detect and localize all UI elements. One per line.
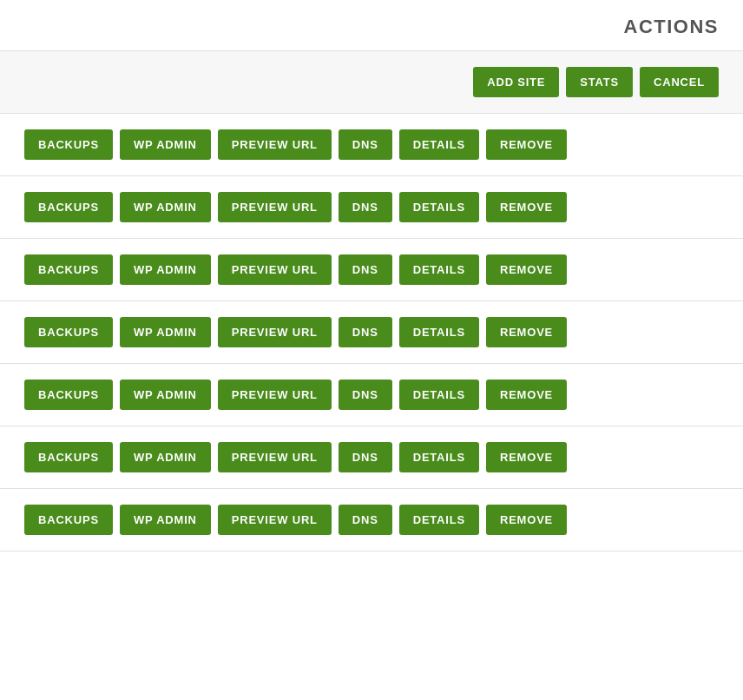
dns-button-3[interactable]: DNS bbox=[339, 254, 392, 285]
wp-admin-button-5[interactable]: WP ADMIN bbox=[120, 380, 211, 410]
dns-button-6[interactable]: DNS bbox=[339, 442, 392, 472]
dns-button-4[interactable]: DNS bbox=[339, 317, 392, 347]
wp-admin-button-2[interactable]: WP ADMIN bbox=[120, 192, 211, 222]
wp-admin-button-1[interactable]: WP ADMIN bbox=[120, 129, 211, 160]
remove-button-7[interactable]: REMOVE bbox=[486, 505, 567, 535]
backups-button-7[interactable]: BACKUPS bbox=[24, 505, 113, 535]
wp-admin-button-7[interactable]: WP ADMIN bbox=[120, 505, 211, 535]
details-button-1[interactable]: DETAILS bbox=[399, 129, 479, 160]
preview-url-button-7[interactable]: PREVIEW URL bbox=[218, 505, 332, 535]
stats-button[interactable]: STATS bbox=[566, 67, 633, 97]
add-site-button[interactable]: ADD SITE bbox=[473, 67, 559, 97]
remove-button-1[interactable]: REMOVE bbox=[486, 129, 567, 160]
header-row: ACTIONS bbox=[0, 0, 743, 51]
remove-button-4[interactable]: REMOVE bbox=[486, 317, 567, 347]
remove-button-3[interactable]: REMOVE bbox=[486, 254, 567, 285]
top-actions-row: ADD SITE STATS CANCEL bbox=[0, 51, 743, 114]
preview-url-button-1[interactable]: PREVIEW URL bbox=[218, 129, 332, 160]
wp-admin-button-3[interactable]: WP ADMIN bbox=[120, 254, 211, 285]
details-button-3[interactable]: DETAILS bbox=[399, 254, 479, 285]
dns-button-5[interactable]: DNS bbox=[339, 380, 392, 410]
remove-button-5[interactable]: REMOVE bbox=[486, 380, 567, 410]
backups-button-2[interactable]: BACKUPS bbox=[24, 192, 113, 222]
backups-button-4[interactable]: BACKUPS bbox=[24, 317, 113, 347]
cancel-button[interactable]: CANCEL bbox=[640, 67, 719, 97]
backups-button-6[interactable]: BACKUPS bbox=[24, 442, 113, 472]
action-row-5: BACKUPS WP ADMIN PREVIEW URL DNS DETAILS… bbox=[0, 364, 743, 426]
details-button-4[interactable]: DETAILS bbox=[399, 317, 479, 347]
dns-button-1[interactable]: DNS bbox=[339, 129, 392, 160]
preview-url-button-3[interactable]: PREVIEW URL bbox=[218, 254, 332, 285]
dns-button-2[interactable]: DNS bbox=[339, 192, 392, 222]
preview-url-button-2[interactable]: PREVIEW URL bbox=[218, 192, 332, 222]
details-button-6[interactable]: DETAILS bbox=[399, 442, 479, 472]
page-container: ACTIONS ADD SITE STATS CANCEL BACKUPS WP… bbox=[0, 0, 743, 551]
action-row-4: BACKUPS WP ADMIN PREVIEW URL DNS DETAILS… bbox=[0, 301, 743, 364]
action-row-7: BACKUPS WP ADMIN PREVIEW URL DNS DETAILS… bbox=[0, 489, 743, 551]
page-title: ACTIONS bbox=[624, 16, 720, 38]
details-button-5[interactable]: DETAILS bbox=[399, 380, 479, 410]
backups-button-1[interactable]: BACKUPS bbox=[24, 129, 113, 160]
dns-button-7[interactable]: DNS bbox=[339, 505, 392, 535]
preview-url-button-5[interactable]: PREVIEW URL bbox=[218, 380, 332, 410]
preview-url-button-4[interactable]: PREVIEW URL bbox=[218, 317, 332, 347]
preview-url-button-6[interactable]: PREVIEW URL bbox=[218, 442, 332, 472]
details-button-2[interactable]: DETAILS bbox=[399, 192, 479, 222]
wp-admin-button-4[interactable]: WP ADMIN bbox=[120, 317, 211, 347]
action-row-2: BACKUPS WP ADMIN PREVIEW URL DNS DETAILS… bbox=[0, 176, 743, 239]
backups-button-5[interactable]: BACKUPS bbox=[24, 380, 113, 410]
action-row-3: BACKUPS WP ADMIN PREVIEW URL DNS DETAILS… bbox=[0, 239, 743, 301]
action-row-6: BACKUPS WP ADMIN PREVIEW URL DNS DETAILS… bbox=[0, 426, 743, 489]
action-row-1: BACKUPS WP ADMIN PREVIEW URL DNS DETAILS… bbox=[0, 114, 743, 176]
remove-button-2[interactable]: REMOVE bbox=[486, 192, 567, 222]
details-button-7[interactable]: DETAILS bbox=[399, 505, 479, 535]
remove-button-6[interactable]: REMOVE bbox=[486, 442, 567, 472]
backups-button-3[interactable]: BACKUPS bbox=[24, 254, 113, 285]
wp-admin-button-6[interactable]: WP ADMIN bbox=[120, 442, 211, 472]
